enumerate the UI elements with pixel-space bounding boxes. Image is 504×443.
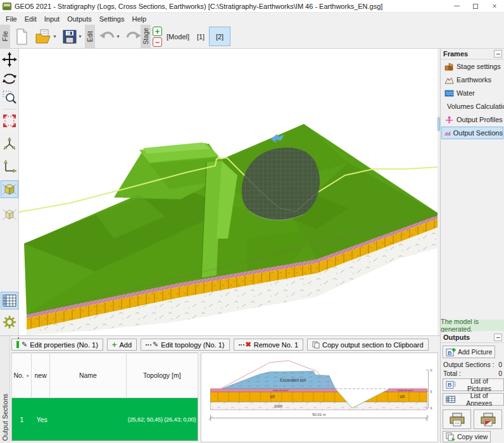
- axes-3d-icon: [2, 136, 17, 151]
- menu-input[interactable]: Input: [41, 14, 63, 24]
- view-axonometry-button[interactable]: [1, 206, 18, 223]
- settings-button[interactable]: [1, 313, 18, 331]
- view-perspective-button[interactable]: [1, 180, 18, 198]
- excavated-soil-label: Excavated soil: [280, 378, 306, 382]
- output-profiles-icon: [444, 116, 454, 124]
- frame-item-water[interactable]: Water: [441, 87, 503, 99]
- remove-section-button[interactable]: ✖ Remove No. 1: [234, 339, 304, 351]
- output-sections-side-tab[interactable]: Output Sections: [0, 336, 10, 443]
- new-file-button[interactable]: [11, 26, 32, 47]
- column-header-name[interactable]: Name: [50, 353, 126, 398]
- open-file-button[interactable]: ▾: [33, 26, 58, 47]
- section-toolbar: ✎ Edit properties (No. 1) + Add ✎ Edit t…: [11, 339, 429, 351]
- add-picture-button[interactable]: B Add Picture: [443, 346, 495, 358]
- pan-view-button[interactable]: [1, 51, 18, 68]
- zoom-fit-button[interactable]: [1, 112, 18, 130]
- frame-item-output-sections[interactable]: Output Sections: [441, 127, 503, 139]
- undo-icon: [98, 30, 116, 44]
- add-stage-button[interactable]: +: [153, 27, 162, 36]
- table-row[interactable]: 1 Yes (25,62; 50,45) (26,43; 0,00): [12, 398, 198, 441]
- menu-edit[interactable]: Edit: [21, 14, 41, 24]
- stage-tab-1[interactable]: [1]: [194, 27, 208, 46]
- model-generated-message: The model is generated.: [441, 320, 504, 331]
- add-section-button[interactable]: + Add: [107, 339, 137, 351]
- frame-item-earthworks[interactable]: Earthworks: [441, 73, 503, 86]
- edit-properties-icon: [16, 341, 19, 348]
- save-dropdown-caret[interactable]: ▾: [79, 34, 81, 39]
- print-document-button[interactable]: [443, 409, 471, 429]
- cell-no: 1: [12, 398, 32, 441]
- column-header-new[interactable]: new: [32, 353, 50, 398]
- close-icon[interactable]: ×: [485, 0, 504, 12]
- sort-asc-icon: ▲: [26, 373, 30, 377]
- list-of-pictures-icon: B: [446, 380, 456, 389]
- remove-stage-button[interactable]: −: [153, 37, 162, 47]
- rotate-view-button[interactable]: [1, 70, 18, 87]
- menu-help[interactable]: Help: [128, 14, 150, 24]
- copy-view-button[interactable]: Copy view: [443, 431, 491, 442]
- add-picture-icon: B: [446, 347, 456, 356]
- window-title: GEO5 2021 - Stratigraphy (Logs, Cross Se…: [15, 3, 382, 10]
- show-table-button[interactable]: [1, 292, 18, 309]
- menu-outputs[interactable]: Outputs: [63, 14, 96, 24]
- polyline-icon: [239, 344, 244, 346]
- title-bar: GEO5 2021 - Stratigraphy (Logs, Cross Se…: [0, 0, 504, 13]
- copy-view-icon: [446, 432, 455, 441]
- save-icon: [61, 28, 78, 45]
- frame-item-stage-settings[interactable]: Stage settings: [441, 60, 503, 73]
- rotate-icon: [2, 71, 17, 86]
- silt-right-label: silt: [400, 394, 405, 399]
- excavated-soil-fill: [222, 371, 335, 389]
- column-header-topology[interactable]: Topology [m]: [126, 353, 198, 398]
- file-group-label: File: [0, 25, 10, 48]
- frames-panel-header: Frames: [441, 49, 504, 59]
- save-file-button[interactable]: ▾: [60, 26, 84, 47]
- section-preview-panel: Excavated soil silt silt slate sandy-sil…: [201, 353, 438, 442]
- axes-3d-button[interactable]: [1, 135, 18, 153]
- depth-tick-5: 5: [431, 390, 432, 394]
- minimize-icon[interactable]: [447, 0, 466, 12]
- cross-section-drawing: Excavated soil silt silt slate sandy-sil…: [201, 353, 438, 442]
- model-3d-viewport[interactable]: [19, 49, 438, 335]
- depth-tick-0: 0: [431, 368, 432, 372]
- maximize-icon[interactable]: [466, 0, 485, 12]
- edit-group-label: Edit: [85, 25, 95, 48]
- outputs-title: Outputs: [443, 334, 470, 341]
- list-of-pictures-button[interactable]: B List of Pictures: [443, 378, 504, 391]
- frames-minimize-icon[interactable]: [494, 50, 502, 58]
- polyline-icon: [146, 344, 151, 346]
- output-sections-table: No. ▲ new Name Topology [m] 1 Yes (25,62…: [11, 353, 198, 441]
- stage-group-label: Stage: [141, 25, 151, 48]
- zoom-icon: [2, 90, 17, 105]
- stage-tab-2[interactable]: [2]: [209, 27, 230, 46]
- frames-title: Frames: [443, 50, 468, 58]
- frame-item-output-profiles[interactable]: Output Profiles: [441, 113, 503, 126]
- menu-file[interactable]: File: [2, 14, 21, 24]
- stage-settings-icon: [444, 63, 454, 71]
- open-folder-icon: [35, 28, 53, 45]
- topsoil-left-label: sandy-silty topsoil: [272, 389, 288, 392]
- axes-2d-button[interactable]: [1, 158, 18, 175]
- print-selection-button[interactable]: [474, 409, 502, 429]
- axes-2d-icon: [2, 159, 17, 174]
- frame-item-label: Stage settings: [457, 63, 501, 70]
- undo-button[interactable]: ▾: [96, 26, 122, 47]
- depth-tick-9: 9: [431, 406, 432, 410]
- edit-properties-button[interactable]: ✎ Edit properties (No. 1): [11, 339, 103, 351]
- outputs-minimize-icon[interactable]: [494, 334, 502, 341]
- outputs-panel: Outputs B Add Picture Output Sections : …: [441, 332, 504, 343]
- copy-section-button[interactable]: Copy output section to Clipboard: [307, 339, 429, 351]
- column-header-no[interactable]: No. ▲: [12, 353, 32, 398]
- undo-dropdown-caret[interactable]: ▾: [117, 34, 119, 39]
- frame-item-label: Water: [457, 89, 475, 97]
- menu-settings[interactable]: Settings: [96, 14, 129, 24]
- cell-new: Yes: [32, 398, 50, 441]
- frame-item-volumes-calculation[interactable]: Volumes Calculation: [441, 100, 503, 113]
- list-of-annexes-button[interactable]: List of Annexes: [443, 393, 504, 406]
- open-dropdown-caret[interactable]: ▾: [53, 34, 56, 39]
- view-tool-column: [0, 49, 19, 335]
- zoom-window-button[interactable]: [1, 89, 18, 106]
- stage-tab-model[interactable]: [Model]: [163, 27, 192, 46]
- edit-topology-button[interactable]: ✎ Edit topology (No. 1): [141, 339, 230, 351]
- frame-item-label: Earthworks: [457, 76, 491, 84]
